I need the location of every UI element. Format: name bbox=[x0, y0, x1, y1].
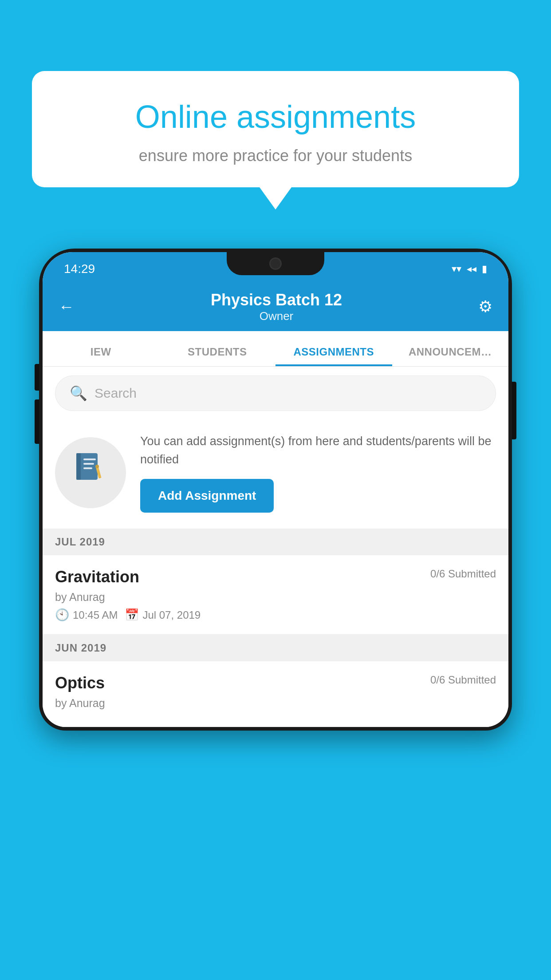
add-assignment-button[interactable]: Add Assignment bbox=[140, 479, 274, 513]
assignment-item-optics[interactable]: Optics 0/6 Submitted by Anurag bbox=[43, 661, 508, 727]
section-jun-2019: JUN 2019 bbox=[43, 635, 508, 661]
assignment-icon-circle bbox=[55, 437, 126, 508]
assignment-optics-header: Optics 0/6 Submitted bbox=[55, 674, 496, 692]
phone-frame: 14:29 ▾▾ ◂◂ ▮ ← Physics Batch 12 Owner ⚙… bbox=[39, 249, 512, 731]
search-input[interactable]: Search bbox=[94, 386, 137, 401]
svg-rect-4 bbox=[83, 467, 92, 469]
add-assignment-content: You can add assignment(s) from here and … bbox=[140, 432, 496, 513]
screen-content: 🔍 Search bbox=[43, 367, 508, 727]
add-assignment-section: You can add assignment(s) from here and … bbox=[43, 420, 508, 529]
assignment-optics-author: by Anurag bbox=[55, 697, 496, 710]
status-time: 14:29 bbox=[64, 262, 95, 276]
assignment-optics-title: Optics bbox=[55, 674, 105, 692]
search-container: 🔍 Search bbox=[43, 367, 508, 420]
back-button[interactable]: ← bbox=[59, 297, 75, 316]
header-subtitle: Owner bbox=[211, 309, 342, 323]
assignment-header: Gravitation 0/6 Submitted bbox=[55, 568, 496, 586]
volume-down-button bbox=[35, 399, 39, 444]
tab-announcements[interactable]: ANNOUNCEM… bbox=[392, 346, 509, 366]
assignment-date: Jul 07, 2019 bbox=[142, 609, 201, 621]
header-title: Physics Batch 12 bbox=[211, 291, 342, 309]
svg-rect-3 bbox=[83, 463, 94, 465]
battery-icon: ▮ bbox=[482, 263, 487, 275]
speech-bubble-area: Online assignments ensure more practice … bbox=[32, 71, 519, 209]
assignment-optics-submitted: 0/6 Submitted bbox=[430, 674, 496, 686]
phone-notch bbox=[227, 252, 324, 275]
speech-bubble-card: Online assignments ensure more practice … bbox=[32, 71, 519, 187]
signal-icon: ◂◂ bbox=[467, 263, 476, 275]
app-header: ← Physics Batch 12 Owner ⚙ bbox=[43, 282, 508, 331]
svg-rect-2 bbox=[83, 458, 96, 460]
header-center: Physics Batch 12 Owner bbox=[211, 291, 342, 323]
tab-students[interactable]: STUDENTS bbox=[159, 346, 276, 366]
settings-icon[interactable]: ⚙ bbox=[478, 297, 492, 316]
power-button bbox=[512, 382, 516, 439]
assignment-submitted: 0/6 Submitted bbox=[430, 568, 496, 580]
bubble-title: Online assignments bbox=[63, 98, 488, 136]
assignment-time: 10:45 AM bbox=[73, 609, 118, 621]
section-jul-2019: JUL 2019 bbox=[43, 529, 508, 555]
clock-icon: 🕙 bbox=[55, 608, 69, 622]
phone-device: 14:29 ▾▾ ◂◂ ▮ ← Physics Batch 12 Owner ⚙… bbox=[39, 249, 512, 980]
tab-iew[interactable]: IEW bbox=[43, 346, 159, 366]
calendar-icon: 📅 bbox=[125, 608, 139, 622]
front-camera bbox=[269, 257, 282, 270]
bubble-subtitle: ensure more practice for your students bbox=[63, 146, 488, 165]
svg-rect-1 bbox=[76, 453, 81, 480]
assignment-title: Gravitation bbox=[55, 568, 139, 586]
notebook-icon bbox=[73, 450, 108, 494]
svg-point-6 bbox=[95, 465, 99, 468]
assignment-item-gravitation[interactable]: Gravitation 0/6 Submitted by Anurag 🕙 10… bbox=[43, 555, 508, 635]
search-icon: 🔍 bbox=[70, 385, 87, 402]
volume-up-button bbox=[35, 364, 39, 391]
phone-screen: 14:29 ▾▾ ◂◂ ▮ ← Physics Batch 12 Owner ⚙… bbox=[43, 252, 508, 727]
assignment-time-date: 🕙 10:45 AM 📅 Jul 07, 2019 bbox=[55, 608, 496, 622]
assignment-author: by Anurag bbox=[55, 591, 496, 604]
bubble-arrow bbox=[260, 187, 291, 209]
search-bar[interactable]: 🔍 Search bbox=[55, 375, 496, 411]
tabs-bar: IEW STUDENTS ASSIGNMENTS ANNOUNCEM… bbox=[43, 331, 508, 367]
status-icons: ▾▾ ◂◂ ▮ bbox=[452, 263, 487, 275]
date-entry: 📅 Jul 07, 2019 bbox=[125, 608, 201, 622]
add-assignment-description: You can add assignment(s) from here and … bbox=[140, 432, 496, 468]
time-entry: 🕙 10:45 AM bbox=[55, 608, 118, 622]
wifi-icon: ▾▾ bbox=[452, 263, 461, 275]
tab-assignments[interactable]: ASSIGNMENTS bbox=[276, 346, 392, 366]
